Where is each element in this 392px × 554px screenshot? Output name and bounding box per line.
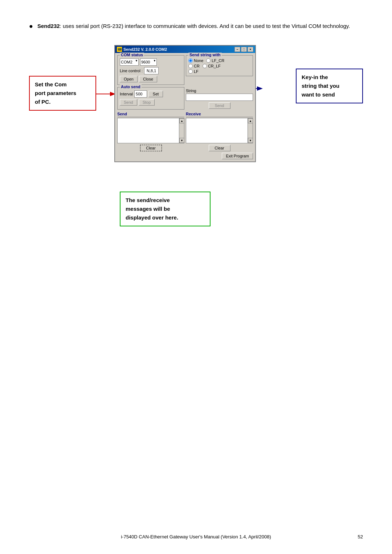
open-button[interactable]: Open (120, 76, 138, 82)
radio-cr[interactable]: CR (188, 64, 200, 68)
interval-input[interactable] (134, 90, 147, 98)
annotation-bottom: The send/receive messages will be displa… (120, 192, 211, 226)
line-control-value: N,8,1 (144, 67, 159, 74)
com-status-group: COM status COM2 9600 (117, 55, 184, 85)
auto-send-column: Auto send Interval Set Send Stop (117, 87, 184, 112)
send-scroll-up[interactable]: ▲ (179, 118, 184, 123)
clear-row: Clear Clear (117, 145, 253, 151)
auto-stop-button[interactable]: Stop (139, 99, 155, 106)
window-title: Send232 V. 2.0.0 COM2 (123, 47, 167, 52)
annotation-left: Set the Com port parameters of PC. (29, 76, 96, 111)
diagram-container: Set the Com port parameters of PC. Key-i… (29, 41, 363, 234)
send-string-column: Send string with None LF_CR (186, 55, 253, 87)
auto-send-label: Auto send (120, 85, 142, 89)
string-area: String Send (186, 89, 253, 109)
auto-send-group: Auto send Interval Set Send Stop (117, 87, 184, 110)
receive-clear-button[interactable]: Clear (209, 145, 230, 151)
radio-cr-lf-input[interactable] (203, 64, 207, 68)
intro-text: Send232: uses serial port (RS-232) inter… (37, 22, 350, 30)
radio-row-3: LF (188, 69, 250, 74)
com-port-row: COM2 9600 (120, 58, 182, 66)
baud-rate-wrapper[interactable]: 9600 (140, 58, 157, 66)
window-titlebar: 📟 Send232 V. 2.0.0 COM2 − □ × (115, 46, 255, 53)
radio-lf-input[interactable] (188, 69, 193, 74)
radio-lf-cr[interactable]: LF_CR (206, 58, 224, 63)
radio-lf[interactable]: LF (188, 69, 199, 74)
line-control-row: Line control : N,8,1 (120, 67, 182, 74)
footer-text: i-7540D CAN-Ethernet Gateway User's Manu… (121, 534, 271, 539)
bullet-point: ● (29, 22, 33, 30)
send-string-group: Send string with None LF_CR (186, 55, 253, 76)
send-panel: Send ▲ ▼ (117, 112, 184, 143)
page-footer: i-7540D CAN-Ethernet Gateway User's Manu… (0, 534, 392, 539)
radio-cr-lf[interactable]: CR_LF (203, 64, 221, 68)
open-close-row[interactable]: Open Close (120, 76, 182, 82)
send-string-label: Send string with (188, 53, 222, 57)
intro-section: ● Send232: uses serial port (RS-232) int… (29, 22, 363, 30)
radio-cr-input[interactable] (188, 64, 193, 68)
set-button[interactable]: Set (148, 91, 163, 97)
close-button[interactable]: × (248, 47, 253, 52)
annotation-right: Key-in the string that you want to send (296, 69, 363, 103)
radio-none[interactable]: None (188, 58, 203, 63)
close-button-com[interactable]: Close (139, 76, 157, 82)
string-input[interactable] (187, 95, 252, 99)
com-status-column: COM status COM2 9600 (117, 55, 184, 87)
line-control-label: Line control : (120, 69, 143, 73)
receive-scrollbar[interactable]: ▲ ▼ (248, 118, 253, 143)
interval-label: Interval (120, 92, 133, 96)
send232-window: 📟 Send232 V. 2.0.0 COM2 − □ × (114, 45, 256, 162)
auto-send-string-row: Auto send Interval Set Send Stop (117, 87, 253, 112)
radio-lf-cr-input[interactable] (206, 58, 211, 63)
footer-page: 52 (358, 534, 363, 539)
auto-send-button[interactable]: Send (120, 99, 137, 106)
com-port-wrapper[interactable]: COM2 (120, 58, 139, 66)
app-icon: 📟 (117, 47, 122, 52)
exit-button[interactable]: Exit Program (222, 153, 253, 159)
send-panel-body: ▲ ▼ (117, 118, 184, 143)
titlebar-title: 📟 Send232 V. 2.0.0 COM2 (117, 47, 167, 52)
send-clear-wrapper: Clear (117, 145, 184, 151)
radio-group: None LF_CR CR (188, 58, 250, 74)
com-port-select[interactable]: COM2 (120, 58, 139, 66)
send-scroll-down[interactable]: ▼ (179, 138, 184, 143)
send-panel-header: Send (117, 112, 184, 117)
radio-row-1: None LF_CR (188, 58, 250, 63)
window-controls[interactable]: − □ × (234, 47, 253, 52)
receive-clear-wrapper: Clear (186, 145, 253, 151)
receive-scroll-down[interactable]: ▼ (248, 138, 253, 143)
receive-panel-body: ▲ ▼ (186, 118, 253, 143)
receive-panel-header: Receive (186, 112, 253, 117)
receive-scroll-up[interactable]: ▲ (248, 118, 253, 123)
radio-row-2: CR CR_LF (188, 64, 250, 68)
receive-panel: Receive ▲ ▼ (186, 112, 253, 143)
radio-none-input[interactable] (188, 58, 193, 63)
string-send-button[interactable]: Send (209, 102, 230, 109)
exit-row: Exit Program (117, 153, 253, 159)
baud-rate-select[interactable]: 9600 (140, 58, 157, 66)
string-column: String Send (186, 87, 253, 112)
window-body: COM status COM2 9600 (115, 53, 255, 161)
string-input-wrapper (186, 94, 253, 101)
top-columns: COM status COM2 9600 (117, 55, 253, 87)
com-status-label: COM status (120, 53, 144, 57)
send-scrollbar[interactable]: ▲ ▼ (179, 118, 184, 143)
string-label: String (186, 89, 253, 93)
minimize-button[interactable]: − (234, 47, 240, 52)
auto-send-buttons-row: Send Stop (120, 99, 182, 106)
app-name: Send232 (37, 23, 60, 29)
maximize-button[interactable]: □ (241, 47, 247, 52)
string-send-row: Send (186, 102, 253, 109)
auto-send-interval-row: Interval Set (120, 90, 182, 98)
send-receive-section: Send ▲ ▼ Receive ▲ (117, 112, 253, 143)
send-clear-button[interactable]: Clear (140, 145, 162, 151)
